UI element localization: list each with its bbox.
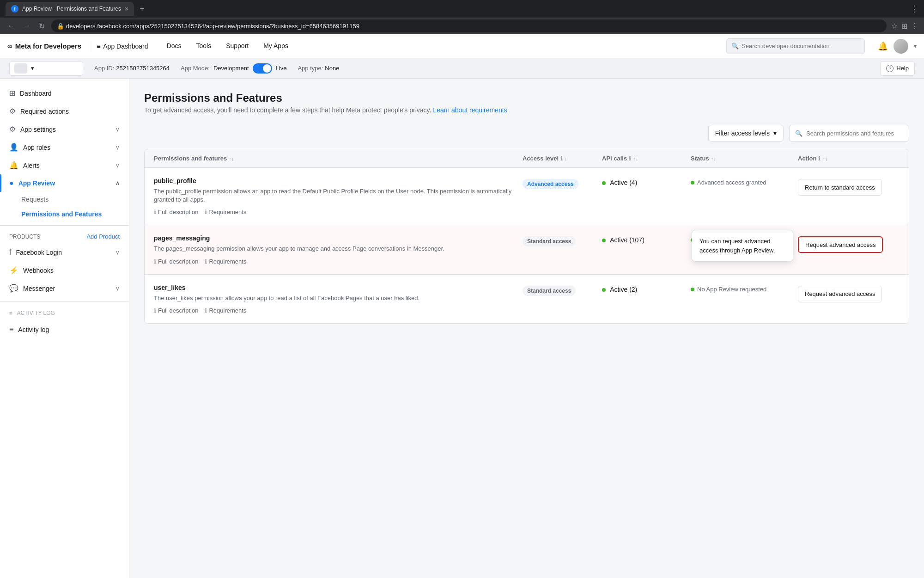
sidebar-sub-requests[interactable]: Requests <box>21 192 129 207</box>
filter-chevron-icon: ▾ <box>773 129 777 137</box>
action-button-0[interactable]: Return to standard access <box>798 179 882 196</box>
sidebar-item-app-review[interactable]: ● App Review ∧ <box>0 174 129 192</box>
requirements-link-2[interactable]: ℹ Requirements <box>205 307 246 314</box>
app-mode-toggle[interactable] <box>253 63 272 74</box>
activity-log-icon: ≡ <box>9 326 13 334</box>
action-button-1[interactable]: Request advanced access <box>798 236 883 253</box>
header-nav: Docs Tools Support My Apps <box>159 34 296 58</box>
page-subtitle: To get advanced access, you'll need to c… <box>144 106 909 114</box>
api-info-icon[interactable]: ℹ <box>629 155 631 162</box>
facebook-login-chevron-icon: ∨ <box>116 249 120 256</box>
requirements-link-1[interactable]: ℹ Requirements <box>205 258 246 265</box>
action-button-2[interactable]: Request advanced access <box>798 286 882 302</box>
sidebar-item-app-settings[interactable]: ⚙ App settings ∨ <box>0 120 129 138</box>
access-badge-0: Advanced access <box>523 179 578 189</box>
nav-my-apps[interactable]: My Apps <box>256 34 296 58</box>
sidebar-item-webhooks[interactable]: ⚡ Webhooks <box>0 261 129 279</box>
action-info-icon[interactable]: ℹ <box>818 155 821 162</box>
app-type-info: App type: None <box>298 65 339 72</box>
tooltip-text: You can request advanced access through … <box>699 238 775 254</box>
tab-title: App Review - Permissions and Features <box>22 6 121 12</box>
address-bar: ← → ↻ 🔒 developers.facebook.com/apps/252… <box>0 18 924 34</box>
add-product-link[interactable]: Add Product <box>86 233 120 240</box>
access-cell-0: Advanced access <box>523 177 596 189</box>
access-sort-icon[interactable]: ↓ <box>565 156 567 161</box>
table-row: pages_messaging The pages_messaging perm… <box>145 225 909 274</box>
app-review-chevron-icon: ∧ <box>116 180 120 186</box>
app-mode-info: App Mode: Development Live <box>181 63 286 74</box>
sidebar-item-dashboard[interactable]: ⊞ Dashboard <box>0 84 129 102</box>
sidebar-item-required-actions[interactable]: ⚙ Required actions <box>0 102 129 120</box>
help-button[interactable]: ? Help <box>880 61 915 76</box>
status-sort-icon[interactable]: ↑↓ <box>711 156 716 161</box>
sidebar-item-facebook-login[interactable]: f Facebook Login ∨ <box>0 244 129 261</box>
app-dashboard-link[interactable]: ≡ App Dashboard <box>97 43 148 50</box>
full-description-link-1[interactable]: ℹ Full description <box>154 258 198 265</box>
nav-support[interactable]: Support <box>219 34 256 58</box>
sidebar-item-messenger[interactable]: 💬 Messenger ∨ <box>0 279 129 297</box>
info-icon-desc-2: ℹ <box>154 307 156 314</box>
sidebar: ⊞ Dashboard ⚙ Required actions ⚙ App set… <box>0 79 129 578</box>
extension-icon[interactable]: ⊞ <box>901 22 907 31</box>
browser-tab[interactable]: f App Review - Permissions and Features … <box>6 2 134 16</box>
forward-button[interactable]: → <box>21 20 32 32</box>
sidebar-item-app-roles[interactable]: 👤 App roles ∨ <box>0 138 129 156</box>
user-menu-chevron-icon[interactable]: ▾ <box>914 43 917 49</box>
perm-desc: The user_likes permission allows your ap… <box>154 294 517 302</box>
tab-close-button[interactable]: × <box>125 5 128 12</box>
sidebar-item-alerts[interactable]: 🔔 Alerts ∨ <box>0 156 129 174</box>
sidebar-messenger-label: Messenger <box>23 285 111 292</box>
browser-more-icon[interactable]: ⋮ <box>911 22 918 31</box>
sidebar-sub-permissions-features[interactable]: Permissions and Features <box>21 207 129 221</box>
full-description-link-0[interactable]: ℹ Full description <box>154 209 198 215</box>
meta-header: ∞ Meta for Developers ≡ App Dashboard Do… <box>0 34 924 58</box>
full-description-link-2[interactable]: ℹ Full description <box>154 307 198 314</box>
search-permissions-input[interactable] <box>806 130 903 137</box>
meta-logo[interactable]: ∞ Meta for Developers <box>7 42 81 50</box>
access-info-icon[interactable]: ℹ <box>560 155 563 162</box>
status-bullet-2 <box>691 288 694 291</box>
secure-icon: 🔒 <box>57 23 64 30</box>
access-cell-2: Standard access <box>523 284 596 296</box>
browser-menu-icon[interactable]: ⋮ <box>910 4 918 14</box>
sidebar-products-section: Products Add Product <box>0 229 129 244</box>
docs-search-input[interactable] <box>742 43 860 49</box>
products-label: Products <box>9 234 40 240</box>
api-sort-icon[interactable]: ↑↓ <box>633 156 638 161</box>
nav-tools[interactable]: Tools <box>188 34 219 58</box>
tab-favicon: f <box>11 5 18 12</box>
new-tab-button[interactable]: + <box>140 4 145 14</box>
api-cell-0: Active (4) <box>602 177 685 186</box>
info-icon-req-2: ℹ <box>205 307 207 314</box>
tooltip-box: You can request advanced access through … <box>692 230 793 262</box>
status-cell-2: No App Review requested <box>691 284 792 293</box>
back-button[interactable]: ← <box>6 20 17 32</box>
browser-actions: ☆ ⊞ ⋮ <box>891 22 918 31</box>
perm-name: public_profile <box>154 177 517 184</box>
filter-access-levels-button[interactable]: Filter access levels ▾ <box>708 125 784 141</box>
api-status-dot-2 <box>602 288 606 292</box>
permissions-table: Permissions and features ↑↓ Access level… <box>144 149 909 324</box>
alerts-icon: 🔔 <box>9 161 18 170</box>
table-row: public_profile The public_profile permis… <box>145 168 909 225</box>
search-permissions-box[interactable]: 🔍 <box>789 125 909 141</box>
activity-log-header-label: Activity log <box>17 310 120 316</box>
sidebar-divider-1 <box>0 225 129 226</box>
sidebar-app-review-sub: Requests Permissions and Features <box>0 192 129 221</box>
learn-requirements-link[interactable]: Learn about requirements <box>433 106 507 114</box>
browser-chrome: f App Review - Permissions and Features … <box>0 0 924 18</box>
docs-search-box[interactable]: 🔍 <box>726 38 865 54</box>
sidebar-item-activity-log[interactable]: ≡ Activity log <box>0 321 129 338</box>
action-sort-icon[interactable]: ↑↓ <box>822 156 827 161</box>
perm-sort-icon[interactable]: ↑↓ <box>229 156 234 161</box>
app-mode-value: Development <box>213 65 249 72</box>
nav-docs[interactable]: Docs <box>159 34 189 58</box>
avatar[interactable] <box>894 39 908 54</box>
address-input[interactable]: 🔒 developers.facebook.com/apps/252150275… <box>51 19 887 32</box>
notification-bell-icon[interactable]: 🔔 <box>878 41 888 51</box>
refresh-button[interactable]: ↻ <box>37 20 47 32</box>
dashboard-icon: ⊞ <box>9 89 15 98</box>
bookmark-icon[interactable]: ☆ <box>891 22 898 31</box>
app-selector[interactable]: ▾ <box>9 61 83 76</box>
requirements-link-0[interactable]: ℹ Requirements <box>205 209 246 215</box>
